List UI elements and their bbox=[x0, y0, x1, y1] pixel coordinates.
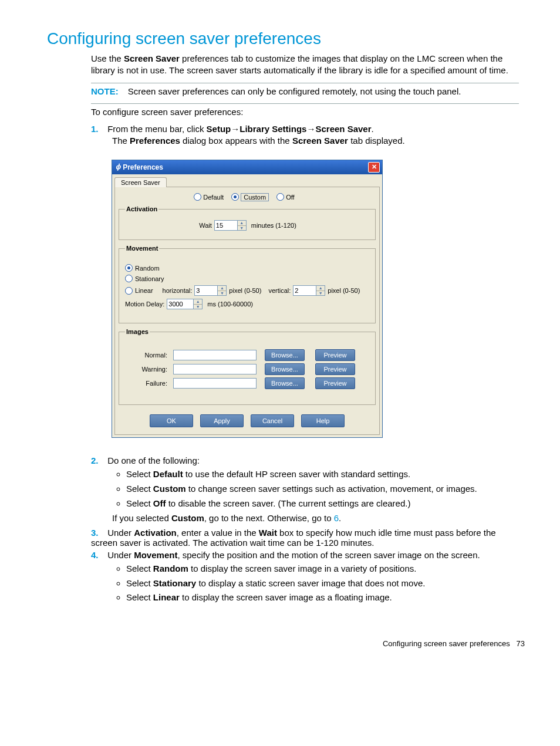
preview-warning-button[interactable]: Preview bbox=[315, 363, 355, 375]
motion-delay-units: ms (100-60000) bbox=[207, 301, 253, 308]
radio-default-label[interactable]: Default bbox=[203, 194, 224, 201]
wait-spinner[interactable]: ▲▼ bbox=[214, 220, 247, 231]
spin-up-icon[interactable]: ▲ bbox=[218, 286, 226, 291]
step-2-after: If you selected Custom, go to the next. … bbox=[112, 512, 519, 525]
text: The bbox=[112, 136, 130, 146]
text: From the menu bar, click bbox=[107, 124, 206, 134]
text-bold: Stationary bbox=[153, 578, 196, 588]
warning-label: Warning: bbox=[125, 366, 170, 373]
close-icon[interactable]: ✕ bbox=[368, 162, 380, 173]
motion-delay-spinner[interactable]: ▲▼ bbox=[167, 299, 203, 309]
text: Select bbox=[126, 469, 153, 479]
radio-random-label[interactable]: Random bbox=[135, 265, 160, 272]
step-number: 3. bbox=[91, 528, 105, 538]
browse-failure-button[interactable]: Browse... bbox=[265, 377, 305, 389]
apply-button[interactable]: Apply bbox=[200, 414, 244, 427]
text-bold: Custom bbox=[153, 484, 186, 494]
text: to display the screen saver image as a f… bbox=[180, 592, 392, 602]
text: Select bbox=[126, 563, 153, 573]
radio-default[interactable] bbox=[194, 193, 201, 201]
text: to change screen saver settings such as … bbox=[186, 484, 477, 494]
wait-units: minutes (1-120) bbox=[251, 222, 296, 229]
radio-linear-label[interactable]: Linear bbox=[135, 287, 153, 294]
text: If you selected bbox=[112, 513, 171, 523]
normal-path-input[interactable] bbox=[173, 350, 257, 360]
dialog-titlebar[interactable]: ϕ Preferences ✕ bbox=[112, 160, 382, 174]
radio-random[interactable] bbox=[125, 264, 133, 272]
text-bold: Random bbox=[153, 563, 188, 573]
horizontal-input[interactable] bbox=[194, 285, 218, 296]
motion-delay-input[interactable] bbox=[167, 299, 194, 309]
step-3: 3. Under Activation, enter a value in th… bbox=[91, 528, 519, 548]
horizontal-spinner[interactable]: ▲▼ bbox=[194, 285, 227, 296]
arrow-icon: → bbox=[231, 124, 239, 134]
radio-stationary-label[interactable]: Stationary bbox=[135, 275, 164, 282]
browse-warning-button[interactable]: Browse... bbox=[265, 363, 305, 375]
preview-normal-button[interactable]: Preview bbox=[315, 349, 355, 361]
text: to use the default HP screen saver with … bbox=[183, 469, 410, 479]
text-bold: Wait bbox=[259, 528, 277, 538]
note-rule-bottom bbox=[91, 103, 519, 104]
text: Select bbox=[126, 592, 153, 602]
radio-linear[interactable] bbox=[125, 287, 133, 295]
cancel-button[interactable]: Cancel bbox=[251, 414, 294, 427]
text: to disable the screen saver. (The curren… bbox=[166, 498, 411, 508]
text: Use the bbox=[91, 53, 124, 63]
note-label: NOTE: bbox=[91, 86, 119, 96]
radio-stationary[interactable] bbox=[125, 275, 133, 282]
list-item: Select Off to disable the screen saver. … bbox=[126, 497, 519, 510]
arrow-icon: → bbox=[306, 124, 315, 134]
app-icon: ϕ bbox=[116, 163, 120, 171]
step-number: 1. bbox=[91, 124, 105, 134]
step-6-link[interactable]: 6 bbox=[334, 513, 339, 523]
ok-button[interactable]: OK bbox=[150, 414, 193, 427]
text-bold: Linear bbox=[153, 592, 180, 602]
vertical-input[interactable] bbox=[293, 285, 316, 296]
spin-down-icon[interactable]: ▼ bbox=[238, 226, 246, 231]
note-rule-top bbox=[91, 83, 519, 83]
preview-failure-button[interactable]: Preview bbox=[315, 377, 355, 389]
radio-custom[interactable] bbox=[231, 193, 239, 201]
text-bold: Screen Saver bbox=[292, 136, 348, 146]
preferences-dialog: ϕ Preferences ✕ Screen Saver Default Cus… bbox=[112, 160, 383, 438]
pre-steps-text: To configure screen saver preferences: bbox=[91, 106, 519, 118]
text: dialog box appears with the bbox=[180, 136, 292, 146]
spin-down-icon[interactable]: ▼ bbox=[218, 291, 226, 296]
failure-path-input[interactable] bbox=[173, 378, 257, 389]
help-button[interactable]: Help bbox=[301, 414, 345, 427]
motion-delay-label: Motion Delay: bbox=[125, 301, 164, 308]
text-bold: Movement bbox=[134, 550, 177, 560]
list-item: Select Stationary to display a static sc… bbox=[126, 577, 519, 590]
text: Select bbox=[126, 484, 153, 494]
warning-path-input[interactable] bbox=[173, 364, 257, 374]
spin-down-icon[interactable]: ▼ bbox=[194, 305, 202, 309]
text: , go to the next. Otherwise, go to bbox=[204, 513, 334, 523]
step-number: 4. bbox=[91, 550, 105, 560]
text-bold: Setup bbox=[207, 124, 231, 134]
vertical-spinner[interactable]: ▲▼ bbox=[293, 285, 325, 296]
pixel-range-b: pixel (0-50) bbox=[328, 287, 360, 294]
vertical-label: vertical: bbox=[268, 287, 291, 294]
text-bold: Preferences bbox=[130, 136, 180, 146]
wait-input[interactable] bbox=[214, 220, 238, 231]
text: Do one of the following: bbox=[107, 455, 200, 465]
step-1-sub: The Preferences dialog box appears with … bbox=[112, 134, 519, 148]
spin-up-icon[interactable]: ▲ bbox=[238, 221, 246, 226]
spin-up-icon[interactable]: ▲ bbox=[194, 299, 202, 305]
spin-up-icon[interactable]: ▲ bbox=[316, 286, 325, 291]
step-4: 4. Under Movement, specify the position … bbox=[91, 550, 519, 604]
step-1: 1. From the menu bar, click Setup→Librar… bbox=[91, 124, 519, 148]
text-bold: Activation bbox=[134, 528, 177, 538]
movement-legend: Movement bbox=[125, 245, 159, 252]
text: , specify the position and the motion of… bbox=[177, 550, 480, 560]
browse-normal-button[interactable]: Browse... bbox=[265, 349, 305, 361]
note-text: Screen saver preferences can only be con… bbox=[128, 86, 461, 96]
text: Under bbox=[107, 550, 134, 560]
radio-custom-label[interactable]: Custom bbox=[241, 193, 269, 201]
tab-screen-saver[interactable]: Screen Saver bbox=[114, 177, 167, 187]
note-block: NOTE: Screen saver preferences can only … bbox=[91, 86, 519, 97]
normal-label: Normal: bbox=[125, 352, 170, 359]
radio-off-label[interactable]: Off bbox=[286, 194, 294, 201]
spin-down-icon[interactable]: ▼ bbox=[316, 291, 325, 296]
radio-off[interactable] bbox=[276, 193, 284, 201]
